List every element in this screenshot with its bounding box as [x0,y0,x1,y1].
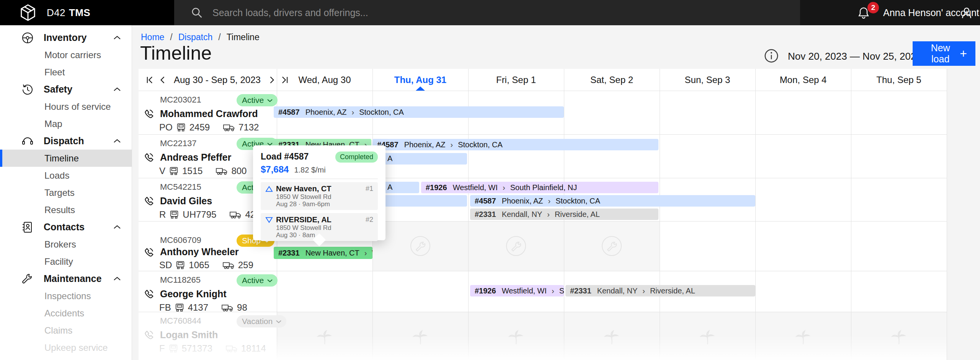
truck-number: 2459 [189,122,210,133]
phone-icon[interactable] [144,109,154,119]
day-header: Sat, Sep 2 [564,69,660,91]
sidebar-item-brokers[interactable]: Brokers [0,236,132,253]
breadcrumb-current: Timeline [227,32,260,42]
grid-line [660,69,660,360]
load-bar-1926[interactable]: #1926Westfield, WI›So... [470,285,564,296]
breadcrumb-home[interactable]: Home [141,32,164,42]
stop-time: Aug 28 · 9am-6pm [276,200,373,208]
mc-number: MC542215 [160,182,201,192]
truck-type: F [159,343,165,354]
section-label: Dispatch [44,135,84,147]
row-divider [139,271,947,271]
sidebar-item-inspections[interactable]: Inspections [0,287,132,305]
previous-period-icon[interactable] [157,73,168,87]
sidebar-item-upkeep-service[interactable]: Upkeep service [0,339,132,356]
sidebar-item-motor-carriers[interactable]: Motor carriers [0,46,132,64]
truck-type: PO [159,122,173,133]
chevron-up-icon [113,87,122,92]
app-root: D42TMS 2 Anna Henson' account Invento [0,0,980,360]
stop-address: 1850 W Stowell Rd [276,193,373,200]
phone-icon[interactable] [144,330,154,340]
contact-book-icon [21,221,34,233]
status-badge[interactable]: Vacation [237,315,286,327]
sidebar-section-contacts[interactable]: Contacts [0,218,132,236]
global-search [174,0,800,25]
day-header: Wed, Aug 30 [277,69,372,91]
status-badge[interactable]: Active [237,274,278,287]
sidebar-item-hours-of-service[interactable]: Hours of service [0,98,132,115]
vacation-ghost-icon [887,324,911,349]
truck-type: R [159,209,166,220]
section-label: Safety [44,84,72,95]
breadcrumb-dispatch[interactable]: Dispatch [178,32,212,42]
truck-number: 1515 [182,166,203,176]
row-divider [139,91,947,91]
timeline-period-nav: Aug 30 - Sep 5, 2023 [139,69,277,91]
row-divider [139,312,947,312]
phone-icon[interactable] [144,247,154,258]
sidebar-section-safety[interactable]: Safety [0,81,132,98]
phone-icon[interactable] [144,289,154,300]
trailer-number: 18114 [241,343,266,354]
sidebar-item-map[interactable]: Map [0,115,132,132]
user-avatar-icon[interactable] [959,5,974,20]
truck-front-icon [168,166,180,176]
day-header-active: Thu, Aug 31 [372,69,468,91]
vacation-ghost-icon [791,324,815,349]
chevron-right-icon: › [503,183,505,192]
status-badge[interactable]: Active [237,94,278,106]
sidebar-item-timeline[interactable]: Timeline [0,150,132,167]
driver-specs: FB 4137 98 [159,302,247,313]
mc-number: MC760844 [160,316,201,326]
truck-type: V [159,166,165,176]
sidebar-item-fleet[interactable]: Fleet [0,64,132,81]
trailer-number: 98 [237,302,247,313]
chevron-right-icon: › [642,287,645,295]
chevron-right-icon: › [548,197,550,205]
day-header: Sun, Sep 3 [660,69,755,91]
sidebar-item-facility[interactable]: Facility [0,253,132,270]
truck-type: SD [159,260,172,270]
phone-icon[interactable] [144,152,154,163]
mc-number: MC118265 [160,275,201,285]
sidebar-item-loads[interactable]: Loads [0,167,132,184]
sidebar-section-dispatch[interactable]: Dispatch [0,132,132,150]
load-bar-2331[interactable]: #2331Kendall, NY›Riverside, AL [470,209,658,220]
day-header: Fri, Sep 1 [468,69,564,91]
new-load-button[interactable]: New load + [913,41,975,66]
phone-icon[interactable] [144,196,154,207]
driver-name: Logan Smith [160,329,218,340]
info-icon[interactable] [764,48,779,64]
truck-number: 571373 [182,343,212,354]
truck-front-icon [174,303,185,312]
mc-number: MC22137 [160,138,196,148]
section-label: Contacts [44,222,85,233]
trailer-icon [229,210,242,219]
sidebar-item-results[interactable]: Results [0,201,132,218]
sidebar-section-inventory[interactable]: Inventory [0,29,132,46]
vacation-ghost-icon [695,324,720,349]
pickup-triangle-icon [265,186,273,192]
date-range-text: Nov 20, 2023 — Nov 25, 2023 [788,50,922,62]
skip-to-start-icon[interactable] [144,73,155,87]
notification-count-badge: 2 [867,2,879,13]
load-bar-4587[interactable]: #4587Phoenix, AZ›Stockton, CA [372,139,658,150]
chevron-right-icon: › [351,108,354,117]
load-bar-4587[interactable]: #4587Phoenix, AZ›Stockton, CA [274,106,564,118]
driver-name: Mohammed Crawford [160,108,258,119]
load-bar-4587[interactable]: #4587Phoenix, AZ›Stockton, CA [470,195,755,207]
shop-ghost-icon [599,234,624,258]
search-input[interactable] [212,7,711,19]
load-bar-2331[interactable]: #2331Kendall, NY›Riverside, AL [565,285,755,296]
app-logo[interactable]: D42TMS [0,0,174,25]
sidebar-item-accidents[interactable]: Accidents [0,305,132,322]
stop-address: 1850 W Stowell Rd [276,224,373,231]
vacation-ghost-icon [504,324,528,349]
sidebar-section-maintenance[interactable]: Maintenance [0,270,132,287]
load-bar-1926[interactable]: #1926Westfield, WI›South Plainfield, NJ [421,182,658,193]
trailer-icon [216,166,229,176]
load-bar-2331[interactable]: #2331New Haven, CT›W... [274,247,372,259]
sidebar-item-claims[interactable]: Claims [0,322,132,339]
sidebar-item-targets[interactable]: Targets [0,184,132,201]
next-period-icon[interactable] [266,73,278,87]
